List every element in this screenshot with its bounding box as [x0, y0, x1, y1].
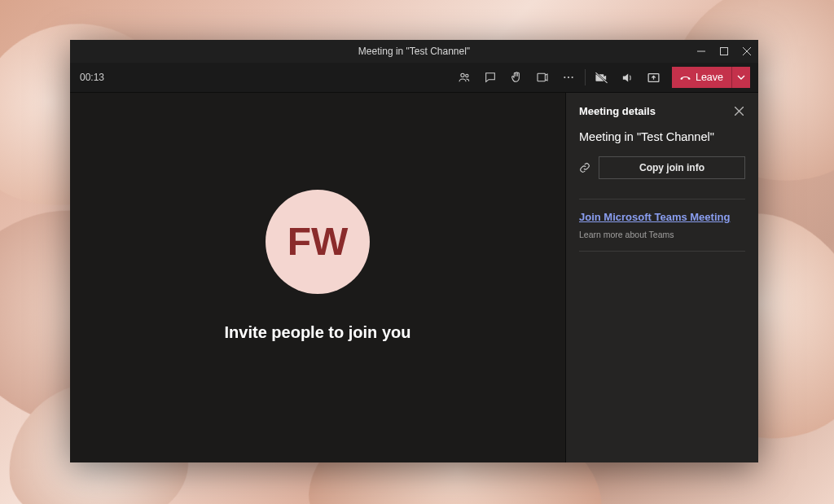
window-title: Meeting in "Test Channel"	[358, 46, 470, 57]
camera-off-icon	[595, 71, 608, 85]
leave-button-label: Leave	[696, 72, 723, 83]
share-screen-button[interactable]	[641, 64, 667, 90]
join-meeting-link[interactable]: Join Microsoft Teams Meeting	[579, 211, 745, 223]
chevron-down-icon	[737, 73, 745, 81]
svg-point-4	[564, 77, 565, 78]
mic-toggle-button[interactable]	[615, 64, 641, 90]
invite-prompt: Invite people to join you	[225, 323, 411, 342]
share-icon	[647, 71, 661, 85]
svg-point-5	[568, 77, 569, 78]
toolbar-divider	[585, 69, 586, 85]
panel-title: Meeting details	[579, 105, 656, 117]
panel-divider	[579, 199, 745, 199]
people-icon	[458, 71, 471, 84]
meeting-name: Meeting in "Test Channel"	[579, 130, 745, 143]
camera-toggle-button[interactable]	[589, 64, 615, 90]
meeting-details-panel: Meeting details Meeting in "Test Channel…	[565, 93, 758, 462]
leave-button[interactable]: Leave	[672, 67, 731, 88]
meeting-body: FW Invite people to join you Meeting det…	[70, 93, 758, 462]
copy-join-info-button[interactable]: Copy join info	[599, 156, 745, 179]
speaker-icon	[621, 71, 634, 85]
toolbar-actions	[451, 64, 582, 90]
svg-point-6	[572, 77, 573, 78]
toolbar-device-controls	[589, 64, 667, 90]
close-icon	[735, 107, 744, 116]
panel-close-button[interactable]	[732, 104, 745, 117]
close-button[interactable]	[735, 40, 758, 63]
meeting-window: Meeting in "Test Channel" 00:13	[70, 40, 758, 462]
close-icon	[743, 47, 751, 55]
leave-button-group: Leave	[672, 67, 750, 88]
maximize-button[interactable]	[713, 40, 735, 63]
copy-button-label: Copy join info	[639, 162, 705, 173]
panel-divider	[579, 251, 745, 252]
rooms-button[interactable]	[529, 64, 555, 90]
hangup-icon	[680, 72, 691, 83]
meeting-stage: FW Invite people to join you	[70, 93, 565, 462]
svg-rect-3	[538, 73, 545, 81]
maximize-icon	[720, 47, 728, 55]
more-icon	[562, 71, 575, 84]
avatar-initials: FW	[288, 219, 349, 264]
raise-hand-button[interactable]	[503, 64, 529, 90]
minimize-icon	[697, 47, 705, 55]
meeting-timer: 00:13	[78, 72, 104, 83]
svg-rect-0	[721, 48, 728, 55]
participant-avatar: FW	[266, 190, 370, 294]
svg-point-1	[461, 73, 464, 77]
chat-icon	[484, 71, 497, 84]
more-actions-button[interactable]	[555, 64, 582, 90]
svg-point-2	[466, 74, 468, 77]
titlebar: Meeting in "Test Channel"	[70, 40, 758, 63]
window-controls	[690, 40, 758, 63]
link-icon	[579, 162, 590, 173]
hand-icon	[510, 71, 523, 84]
chat-button[interactable]	[477, 64, 503, 90]
participants-button[interactable]	[451, 64, 477, 90]
rooms-icon	[536, 71, 549, 84]
meeting-toolbar: 00:13	[70, 63, 758, 93]
leave-options-button[interactable]	[731, 67, 750, 88]
learn-more-link[interactable]: Learn more about Teams	[579, 230, 745, 239]
minimize-button[interactable]	[690, 40, 713, 63]
